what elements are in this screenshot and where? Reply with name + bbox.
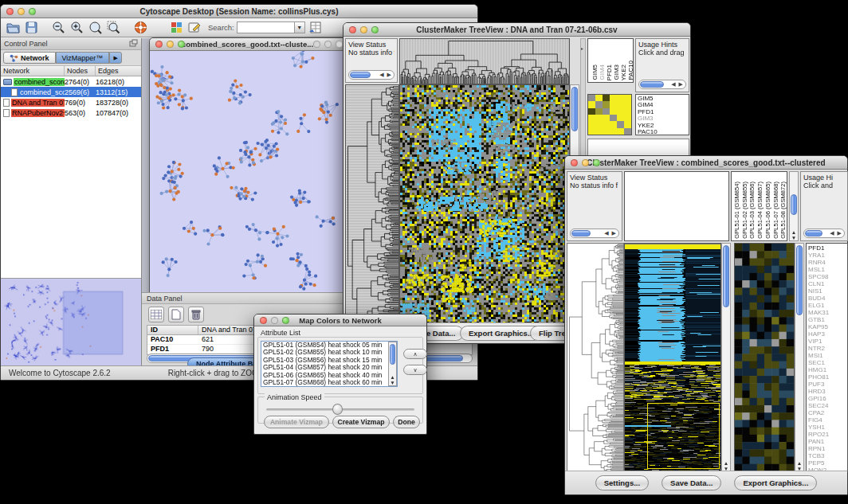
search-dropdown-icon[interactable]: ▼ <box>294 22 304 33</box>
close-icon[interactable] <box>349 26 356 33</box>
matrix-cell[interactable] <box>624 101 631 107</box>
tv1-titlebar[interactable]: ClusterMaker TreeView : DNA and Tran 07-… <box>344 23 690 37</box>
tab-network[interactable]: Network <box>3 52 56 64</box>
tv1-zoom-row-labels[interactable]: GIM5GIM4PFD1GIM3YKE2PAC10 <box>635 94 689 135</box>
zoom-selected-icon[interactable] <box>105 20 121 36</box>
import-table-icon[interactable] <box>308 20 324 36</box>
tv2-row-labels[interactable]: PFD1YRA1RNR4MSL1SPC98CLN1NIS1BUD4ELG1MAK… <box>806 243 848 472</box>
matrix-cell[interactable] <box>588 128 595 135</box>
network-tree-row[interactable]: RNAPuberNov2+563(0)107847(0) <box>1 107 141 118</box>
attribute-select-icon[interactable] <box>148 307 164 322</box>
matrix-cell[interactable] <box>603 128 610 135</box>
move-up-button[interactable]: ∧ <box>403 349 427 359</box>
matrix-cell[interactable] <box>588 108 595 115</box>
tv1-row-dendrogram[interactable] <box>345 84 399 326</box>
tv1-zoom-matrix[interactable] <box>587 94 632 135</box>
dialog-button-create-vizmap[interactable]: Create Vizmap <box>332 416 390 428</box>
vizmapper-icon[interactable] <box>168 20 184 36</box>
tv2-button-0[interactable]: Settings... <box>595 475 649 490</box>
birds-eye-view[interactable] <box>1 279 141 365</box>
animation-speed-slider[interactable] <box>266 408 414 411</box>
dialog-titlebar[interactable]: Map Colors to Network <box>254 315 426 326</box>
open-file-icon[interactable] <box>5 20 21 36</box>
attribute-list-item[interactable]: GPL51-07 (GSM868) heat shock 60 min <box>261 379 397 386</box>
main-titlebar[interactable]: Cytoscape Desktop (Session Name: collins… <box>1 5 477 18</box>
matrix-cell[interactable] <box>595 115 603 121</box>
scroll-arrows-icon[interactable]: ◀ ▶ <box>830 230 844 236</box>
tv2-heatmap[interactable] <box>624 243 721 472</box>
matrix-cell[interactable] <box>617 101 624 107</box>
minimize-icon[interactable] <box>271 317 278 324</box>
tv2-column-labels[interactable]: GPL51-01 (GSM854)GPL51-02 (GSM855)GPL51-… <box>731 171 787 241</box>
close-icon[interactable] <box>155 41 163 48</box>
matrix-cell[interactable] <box>610 108 617 115</box>
zoom-fit-icon[interactable] <box>87 20 103 36</box>
matrix-cell[interactable] <box>603 95 610 101</box>
scroll-arrows-icon[interactable]: ◀ ▶ <box>379 72 394 78</box>
new-attribute-icon[interactable] <box>168 307 184 322</box>
matrix-cell[interactable] <box>617 95 624 101</box>
close-icon[interactable] <box>313 41 320 48</box>
close-icon[interactable] <box>6 8 14 15</box>
matrix-cell[interactable] <box>617 121 624 127</box>
tv1-heatmap[interactable] <box>399 84 570 326</box>
tv2-button-1[interactable]: Save Data... <box>662 475 721 490</box>
zoom-window-icon[interactable] <box>336 41 343 48</box>
scroll-arrows-icon[interactable]: ◀ ▶ <box>604 230 618 236</box>
tv1-zoom-column-labels[interactable]: GIM5GIM4PFD1GIM3YKE2PAC10 <box>587 38 634 83</box>
matrix-cell[interactable] <box>603 121 610 127</box>
tv2-heatmap-vscrollbar[interactable]: ▲▼ <box>721 243 731 472</box>
tv1-column-dendrogram[interactable] <box>399 38 570 84</box>
network-frame-clustered[interactable]: combined_scores_good.txt--cluste... <box>149 37 346 296</box>
tv2-button-2[interactable]: Export Graphics... <box>734 475 817 490</box>
float-panel-icon[interactable] <box>129 39 138 49</box>
matrix-cell[interactable] <box>595 121 603 127</box>
matrix-cell[interactable] <box>595 95 603 101</box>
matrix-cell[interactable] <box>595 108 603 115</box>
matrix-cell[interactable] <box>610 95 617 101</box>
matrix-cell[interactable] <box>610 121 617 127</box>
tv2-column-dendrogram[interactable] <box>624 171 729 241</box>
matrix-cell[interactable] <box>624 121 631 127</box>
matrix-cell[interactable] <box>603 101 610 107</box>
move-down-button[interactable]: ∨ <box>403 365 427 375</box>
zoom-window-icon[interactable] <box>593 159 600 166</box>
matrix-cell[interactable] <box>624 95 631 101</box>
search-input[interactable]: ▼ <box>237 21 305 33</box>
zoom-out-icon[interactable] <box>50 20 66 36</box>
dialog-button-done[interactable]: Done <box>393 416 420 428</box>
close-icon[interactable] <box>260 317 267 324</box>
matrix-cell[interactable] <box>610 101 617 107</box>
matrix-cell[interactable] <box>624 128 631 135</box>
network-tree-row[interactable]: combined_sco2569(6)13112(15) <box>1 87 141 97</box>
matrix-cell[interactable] <box>588 115 595 121</box>
minimize-icon[interactable] <box>360 26 367 33</box>
delete-attribute-icon[interactable] <box>188 307 204 322</box>
scroll-arrows-icon[interactable]: ◀ ▶ <box>671 81 685 88</box>
annotation-icon[interactable] <box>186 20 202 36</box>
tv2-zoom-vscrollbar[interactable]: ▲▼ <box>795 243 804 472</box>
close-icon[interactable] <box>571 159 578 166</box>
matrix-cell[interactable] <box>610 128 617 135</box>
tv1-hints-hscrollbar[interactable]: ◀ ▶ <box>638 80 686 89</box>
network-table-header[interactable]: Network Nodes Edges <box>1 66 141 76</box>
network-view-canvas[interactable] <box>150 51 345 295</box>
zoom-window-icon[interactable] <box>178 41 185 48</box>
minimize-icon[interactable] <box>167 41 174 48</box>
matrix-cell[interactable] <box>595 101 603 107</box>
matrix-cell[interactable] <box>603 108 610 115</box>
matrix-cell[interactable] <box>610 115 617 121</box>
network-tree-row[interactable]: combined_scores2764(0)16218(0) <box>1 76 141 87</box>
tv2-hints-hscrollbar[interactable]: ◀ ▶ <box>803 229 845 238</box>
attribute-list-vscrollbar[interactable]: ▲▼ <box>388 342 397 386</box>
zoom-window-icon[interactable] <box>29 8 36 15</box>
tab-vizmapper[interactable]: VizMapper™ <box>56 52 110 64</box>
matrix-cell[interactable] <box>624 115 631 121</box>
window-controls[interactable] <box>6 8 36 15</box>
tv2-titlebar[interactable]: ClusterMaker TreeView : combined_scores_… <box>565 156 847 170</box>
minimize-icon[interactable] <box>324 41 332 48</box>
tv2-row-dendrogram[interactable] <box>567 243 624 472</box>
matrix-cell[interactable] <box>588 95 595 101</box>
network-tree-row[interactable]: DNA and Tran 07769(0)183728(0) <box>1 97 141 107</box>
zoom-in-icon[interactable] <box>69 20 84 36</box>
